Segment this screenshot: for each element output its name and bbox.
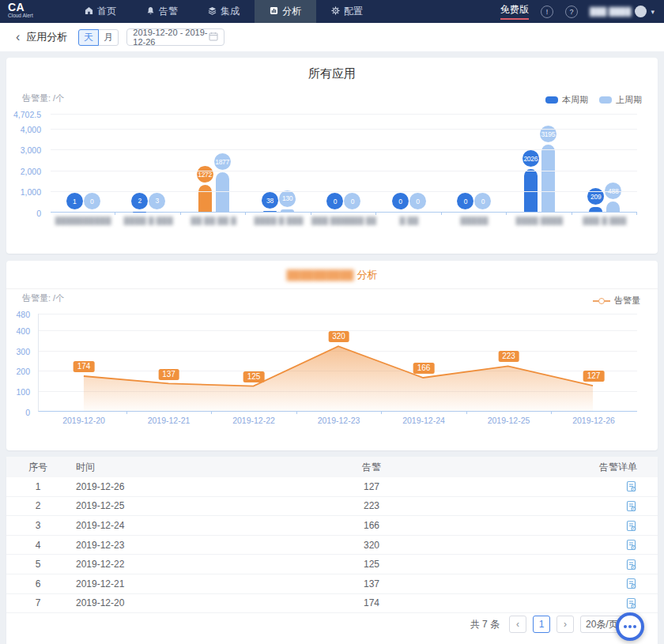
layers-icon	[208, 6, 217, 17]
bar-previous-period	[606, 201, 620, 212]
nav-item-alerts[interactable]: 告警	[131, 0, 193, 23]
legend-previous-period[interactable]: 上周期	[599, 94, 642, 106]
point-value-label: 127	[583, 371, 605, 382]
bar-current-period	[198, 185, 212, 212]
back-button[interactable]: ‹	[16, 31, 20, 43]
table-row: 12019-12-26127	[6, 477, 658, 497]
x-axis-date-label: 2019-12-23	[318, 416, 360, 425]
cell-detail	[539, 480, 658, 492]
chat-widget-button[interactable]	[616, 612, 644, 641]
y-tick-label: 300	[16, 347, 30, 356]
point-value-label: 320	[328, 331, 349, 342]
next-page-button[interactable]: ›	[556, 616, 574, 633]
cell-time: 2019-12-21	[70, 578, 204, 589]
app-logo[interactable]: CA Cloud Alert	[0, 0, 70, 23]
avatar	[635, 6, 647, 17]
help-icon[interactable]: ?	[565, 6, 578, 18]
cell-alert-count: 137	[204, 578, 539, 589]
alert-detail-button[interactable]	[625, 539, 637, 551]
cell-detail	[539, 559, 658, 571]
legend-label: 上周期	[616, 94, 642, 106]
date-range-picker[interactable]: 2019-12-20 - 2019-12-26	[126, 28, 224, 46]
legend-current-period[interactable]: 本周期	[545, 94, 588, 106]
nav-item-label: 分析	[282, 5, 301, 18]
nav-item-label: 配置	[344, 5, 363, 18]
cell-time: 2019-12-23	[70, 540, 204, 551]
header-count: 告警	[204, 461, 539, 474]
y-tick-label: 0	[25, 408, 30, 417]
alert-detail-button[interactable]	[625, 480, 637, 492]
alert-detail-button[interactable]	[625, 559, 637, 571]
point-value-label: 174	[74, 361, 95, 372]
x-axis-date-label: 2019-12-26	[572, 416, 615, 425]
line-legend: 告警量	[593, 295, 640, 307]
bar-plot: 1023127218773813000000020263195209488	[51, 114, 637, 213]
toolbar: ‹ 应用分析 天 月 2019-12-20 - 2019-12-26	[0, 23, 664, 51]
bar-x-label-redacted: ██ ██ ██ █	[181, 217, 246, 225]
table-body: 12019-12-2612722019-12-2522332019-12-241…	[6, 477, 658, 613]
x-axis-date-label: 2019-12-24	[402, 416, 445, 425]
nav-item-label: 集成	[221, 5, 240, 18]
x-tick	[245, 212, 246, 215]
nav-item-analysis[interactable]: 分析	[255, 0, 316, 23]
x-tick	[572, 212, 572, 215]
gridline	[51, 114, 637, 115]
bar-value-previous: 3	[149, 193, 165, 209]
cell-detail	[539, 597, 658, 609]
prev-page-button[interactable]: ‹	[509, 616, 526, 633]
x-tick	[211, 411, 212, 414]
gridline	[51, 129, 637, 130]
bar-ytick-gutter: 4,702.54,0003,0002,0001,0000	[6, 114, 46, 213]
bar-current-period	[524, 169, 538, 212]
line-title-suffix: 分析	[357, 269, 378, 281]
bar-x-label-redacted: █████	[442, 217, 507, 225]
x-tick	[381, 411, 382, 414]
x-tick	[466, 411, 467, 414]
line-plot: 1742019-12-201372019-12-211252019-12-223…	[38, 314, 637, 412]
gridline	[51, 171, 637, 171]
announcement-icon[interactable]: !	[541, 6, 553, 18]
x-tick	[296, 411, 297, 414]
period-toggle: 天 月	[78, 29, 119, 46]
header-time: 时间	[70, 461, 204, 474]
legend-swatch-current	[545, 96, 558, 104]
bar-value-current: 0	[457, 193, 473, 209]
period-day-button[interactable]: 天	[78, 29, 99, 46]
point-value-label: 137	[158, 369, 179, 380]
gear-icon	[331, 6, 340, 17]
x-axis-date-label: 2019-12-22	[232, 416, 275, 425]
x-tick	[506, 212, 507, 215]
bar-x-label-redacted: ████ █ ███	[246, 217, 311, 225]
current-page-button[interactable]: 1	[533, 616, 550, 633]
alert-detail-button[interactable]	[625, 597, 637, 609]
alert-detail-button[interactable]	[625, 500, 637, 512]
bar-value-current: 38	[262, 192, 278, 209]
alert-detail-button[interactable]	[625, 578, 637, 589]
cell-index: 7	[6, 597, 70, 608]
bar-current-period	[589, 207, 602, 212]
nav-item-home[interactable]: 首页	[70, 0, 131, 23]
y-tick-label: 4,000	[21, 125, 41, 134]
bar-current-period	[263, 211, 277, 212]
user-menu[interactable]: ███ ████ ▾	[590, 6, 655, 17]
nav-item-integrations[interactable]: 集成	[193, 0, 255, 23]
calendar-icon	[209, 30, 218, 44]
y-tick-label: 480	[16, 310, 30, 319]
gridline	[51, 149, 637, 150]
bar-value-previous: 0	[84, 193, 100, 209]
cell-index: 3	[6, 520, 70, 531]
app-name-masked: ██████████	[286, 269, 353, 281]
cell-detail	[539, 539, 658, 551]
nav-right: 免费版 ! ? ███ ████ ▾	[500, 0, 664, 23]
alert-detail-button[interactable]	[625, 520, 637, 532]
x-tick	[375, 212, 376, 215]
period-month-button[interactable]: 月	[98, 29, 119, 46]
point-value-label: 125	[243, 371, 265, 382]
y-tick-label: 3,000	[21, 145, 41, 155]
cell-alert-count: 320	[204, 540, 539, 551]
free-version-badge[interactable]: 免费版	[500, 3, 529, 20]
logo-title: CA	[8, 2, 70, 13]
bar-x-label-redacted: █ ██	[376, 217, 441, 225]
legend-alert-count[interactable]: 告警量	[593, 295, 640, 307]
nav-item-settings[interactable]: 配置	[316, 0, 378, 23]
